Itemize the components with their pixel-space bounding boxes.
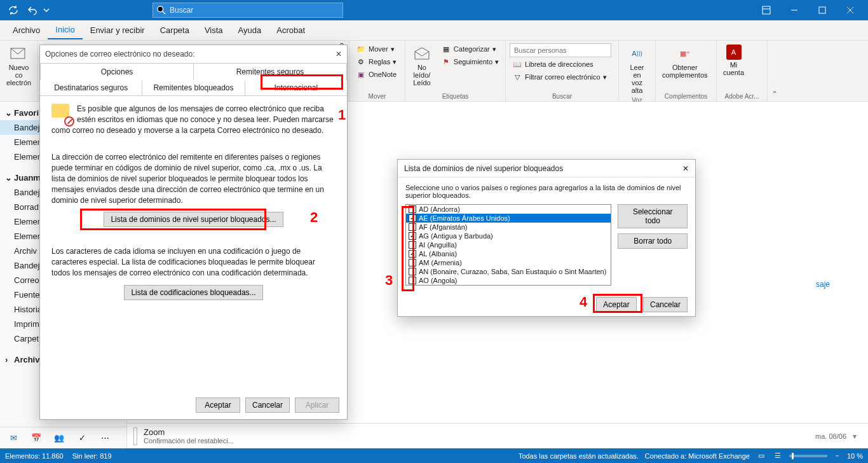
tld-item-label: AG (Antigua y Barbuda)	[419, 232, 493, 240]
tld-list-item[interactable]: AG (Antigua y Barbuda)	[406, 232, 611, 240]
checkbox-icon[interactable]	[409, 232, 416, 240]
followup-menu[interactable]: ⚑Seguimiento▾	[438, 56, 501, 67]
addressbook-icon: 📖	[512, 59, 522, 69]
more-views-icon[interactable]: ⋯	[99, 432, 111, 444]
maximize-button[interactable]	[808, 0, 836, 20]
tld-list-dialog: Lista de dominios de nivel superior bloq…	[397, 159, 696, 317]
search-input[interactable]	[170, 6, 339, 15]
dlg1-apply-button[interactable]: Aplicar	[295, 397, 339, 413]
checkbox-icon[interactable]	[409, 250, 416, 258]
blocked-tld-list-button[interactable]: Lista de dominios de nivel superior bloq…	[104, 212, 283, 227]
dlg1-subtab-dest[interactable]: Destinatarios seguros	[40, 80, 142, 95]
dlg1-cancel-button[interactable]: Cancelar	[245, 397, 290, 413]
tld-list-item[interactable]: AL (Albania)	[406, 249, 611, 258]
dlg1-tab-remitentes[interactable]: Remitentes seguros	[194, 63, 347, 80]
tld-list-item[interactable]: AF (Afganistán)	[406, 223, 611, 232]
close-button[interactable]	[836, 0, 864, 20]
dlg2-cancel-button[interactable]: Cancelar	[643, 297, 688, 312]
dlg1-close-icon[interactable]: ✕	[336, 50, 342, 59]
tld-list-item[interactable]: AO (Angola)	[406, 276, 611, 285]
tld-item-label: AI (Anguilla)	[419, 241, 457, 249]
tld-list-item[interactable]: AI (Anguilla)	[406, 240, 611, 249]
tld-item-label: AF (Afganistán)	[419, 223, 467, 231]
tld-item-label: AD (Andorra)	[419, 205, 460, 213]
checkbox-icon[interactable]	[409, 268, 416, 275]
tab-inicio[interactable]: Inicio	[48, 21, 82, 39]
search-icon	[157, 6, 166, 15]
checkbox-icon[interactable]	[409, 259, 416, 266]
dlg2-close-icon[interactable]: ✕	[682, 164, 689, 173]
calendar-view-icon[interactable]: 📅	[31, 432, 42, 444]
addins-group-label: Complementos	[660, 92, 712, 100]
minimize-button[interactable]	[780, 0, 808, 20]
zoom-slider[interactable]	[789, 455, 827, 457]
search-people-input[interactable]	[510, 43, 611, 57]
move-group-label: Mover	[353, 92, 401, 100]
tld-listbox[interactable]: AD (Andorra)AE (Emiratos Árabes Unidos)A…	[405, 204, 611, 286]
tab-archivo[interactable]: Archivo	[5, 22, 48, 39]
get-addins-button[interactable]: ▦⁺ Obtener complementos	[660, 43, 710, 80]
tab-ayuda[interactable]: Ayuda	[231, 22, 269, 39]
tld-list-item[interactable]: AD (Andorra)	[406, 205, 611, 214]
tab-enviar[interactable]: Enviar y recibir	[83, 22, 153, 39]
dlg2-ok-button[interactable]: Aceptar	[596, 297, 637, 312]
new-mail-button[interactable]: Nuevo co electrón	[4, 43, 34, 88]
dlg1-subtab-rem[interactable]: Remitentes bloqueados	[142, 80, 245, 95]
status-bar: Elementos: 11.860 Sin leer: 819 Todas la…	[0, 448, 868, 463]
move-menu[interactable]: 📁Mover▾	[353, 43, 399, 55]
tld-list-item[interactable]: AE (Emiratos Árabes Unidos)	[406, 214, 611, 223]
dlg1-ok-button[interactable]: Aceptar	[196, 397, 240, 413]
rules-icon: ⚙	[356, 57, 366, 67]
adobe-group-label: Adobe Acr...	[721, 92, 763, 100]
adobe-account-button[interactable]: A Mi cuenta	[721, 43, 747, 78]
menu-tabs: Archivo Inicio Enviar y recibir Carpeta …	[0, 20, 868, 41]
status-unread: Sin leer: 819	[72, 452, 112, 460]
ribbon-collapse-icon[interactable]: ⌃	[768, 87, 782, 101]
addins-icon: ▦⁺	[676, 45, 694, 62]
ribbon-display-icon[interactable]	[752, 0, 780, 20]
checkbox-icon[interactable]	[409, 214, 416, 222]
rules-menu[interactable]: ⚙Reglas▾	[353, 56, 399, 67]
read-unread-button[interactable]: No leído/ Leído	[409, 43, 435, 88]
tasks-view-icon[interactable]: ✓	[76, 432, 88, 444]
category-icon: ▦	[441, 44, 451, 54]
titlebar	[0, 0, 868, 20]
checkbox-icon[interactable]	[409, 205, 416, 213]
checkbox-icon[interactable]	[409, 223, 416, 231]
tab-acrobat[interactable]: Acrobat	[269, 22, 313, 39]
tab-carpeta[interactable]: Carpeta	[153, 22, 197, 39]
filter-email-menu[interactable]: ▽Filtrar correo electrónico▾	[510, 71, 611, 83]
mail-new-icon	[10, 45, 28, 62]
message-list-item[interactable]: Zoom Confirmación del restableci... ma. …	[127, 423, 868, 448]
people-view-icon[interactable]: 👥	[53, 432, 65, 444]
flag-icon: ⚑	[441, 57, 451, 67]
address-book-button[interactable]: 📖Libreta de direcciones	[510, 59, 611, 70]
msg-subject: Zoom	[144, 427, 234, 437]
checkbox-icon[interactable]	[409, 277, 416, 284]
tab-vista[interactable]: Vista	[197, 22, 231, 39]
dlg1-subtab-int[interactable]: Internacional	[245, 80, 347, 95]
onenote-button[interactable]: ▣OneNote	[353, 69, 399, 80]
read-aloud-button[interactable]: A))) Leer en voz alta	[623, 43, 651, 95]
dlg1-tab-opciones[interactable]: Opciones	[40, 63, 194, 80]
tld-list-item[interactable]: AN (Bonaire, Curazao, Saba, San Eustaqui…	[406, 267, 611, 276]
dlg2-title: Lista de dominios de nivel superior bloq…	[404, 164, 563, 173]
tld-item-label: AE (Emiratos Árabes Unidos)	[419, 214, 510, 222]
view-reading-icon[interactable]: ☰	[773, 451, 783, 461]
tld-list-item[interactable]: AM (Armenia)	[406, 258, 611, 267]
checkbox-icon[interactable]	[409, 241, 416, 249]
status-items: Elementos: 11.860	[5, 452, 64, 460]
mail-view-icon[interactable]: ✉	[8, 432, 19, 444]
msg-scroll-down-icon[interactable]: ▾	[853, 432, 862, 441]
undo-icon[interactable]	[23, 0, 42, 20]
tags-group-label: Etiquetas	[409, 92, 501, 100]
view-normal-icon[interactable]: ▭	[756, 451, 766, 461]
clear-all-button[interactable]: Borrar todo	[618, 233, 688, 249]
qat-dropdown-icon[interactable]	[42, 0, 51, 20]
blocked-encodings-button[interactable]: Lista de codificaciones bloqueadas...	[124, 285, 262, 300]
select-all-button[interactable]: Seleccionar todo	[618, 204, 688, 228]
search-box[interactable]	[153, 3, 343, 18]
tld-item-label: AL (Albania)	[419, 250, 457, 258]
sync-icon[interactable]	[4, 0, 23, 20]
categorize-menu[interactable]: ▦Categorizar▾	[438, 43, 501, 55]
